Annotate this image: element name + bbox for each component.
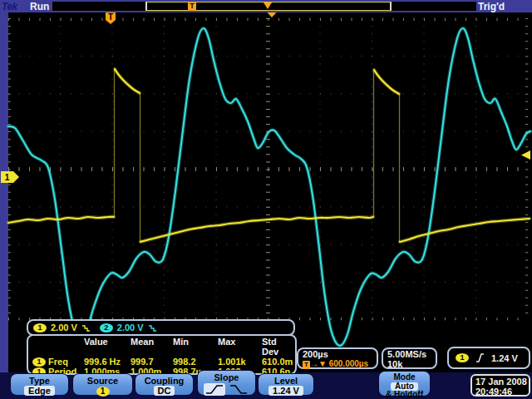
ch1-trace [8,69,530,242]
trigger-level-marker [521,150,530,160]
rising-slope-icon [475,352,485,363]
meas-value: 999.6 Hz [84,357,131,367]
ch1-ground-marker: 1 [1,171,19,183]
menu-slope-label: Slope [198,372,255,382]
measurement-header-row: Value Mean Min Max Std Dev [32,337,295,357]
horizontal-readout: 200µs T→▼ 600.000µs [297,347,378,369]
oscilloscope-screen: Tek Run T Trig'd T1 1 2.00 V 2 2.00 V Va… [0,0,532,399]
slope-options [203,382,251,397]
ch1-scale: 2.00 V [51,323,77,332]
menu-level-label: Level [259,376,313,386]
ch1-coupling-icon [81,323,91,332]
menu-coupling-button[interactable]: Coupling DC [135,373,194,396]
ch2-scale: 2.00 V [117,323,144,332]
menu-type-value: Edge [24,386,55,396]
date: 17 Jan 2008 [475,377,529,387]
menu-coupling-value: DC [154,386,175,396]
falling-slope-icon [230,386,247,393]
menu-level-button[interactable]: Level 1.24 V [258,373,314,396]
col-min: Min [173,337,218,357]
menu-level-value: 1.24 V [268,386,303,396]
meas-min: 998.2 [173,357,218,367]
ch2-coupling-icon [148,323,157,332]
meas-name: Freq [48,357,68,367]
delay-value: 600.000µs [329,359,368,368]
measurement-table: Value Mean Min Max Std Dev 1 Freq 999.6 … [27,334,297,375]
ch2-badge: 2 [100,323,113,332]
sample-rate: 5.00MS/s [387,349,431,359]
delay-trigger-icon: T [303,361,310,369]
menu-type-label: Type [11,376,68,386]
meas-mean: 999.7 [131,357,173,367]
plot-markers: T1 [1,12,530,183]
meas-source-badge: 1 [32,357,46,367]
delay-arrow-icon: →▼ [310,359,327,368]
menu-source-label: Source [73,376,132,386]
acquisition-readout: 5.00MS/s 10k points [382,347,437,369]
record-trigger-marker: T [188,2,196,11]
menu-mode-label: Mode [379,373,430,382]
expansion-point-icon [268,12,277,17]
menu-slope-button[interactable]: Slope [197,370,256,396]
trigger-readout: 1 1.24 V [447,347,530,369]
channel-readout-bar: 1 2.00 V 2 2.00 V [27,319,295,336]
col-mean: Mean [131,337,173,357]
record-center-triangle-icon [264,2,272,9]
acquisition-status: Run [30,1,49,12]
trigger-position-marker: T [106,12,116,24]
svg-text:T: T [108,12,113,22]
ch1-badge: 1 [33,323,47,332]
trigger-source-badge: 1 [456,353,469,362]
menu-type-button[interactable]: Type Edge [10,373,69,396]
measurement-row-freq: 1 Freq 999.6 Hz 999.7 998.2 1.001k 610.0… [32,357,295,367]
meas-stddev: 610.0m [262,357,295,367]
tek-logo: Tek [2,1,17,12]
top-status-bar: Tek Run T Trig'd [0,0,532,12]
menu-coupling-label: Coupling [135,376,193,386]
record-view-bar: T [52,2,476,11]
trigger-level-value: 1.24 V [491,353,518,363]
svg-text:1: 1 [5,173,10,182]
menu-mode-value2: & Holdoff [379,391,430,399]
timebase: 200µs [303,349,372,359]
col-max: Max [218,337,262,357]
menu-source-button[interactable]: Source 1 [72,373,133,396]
trigger-status: Trig'd [478,1,505,12]
meas-max: 1.001k [218,357,262,367]
menu-mode-button[interactable]: Mode Auto & Holdoff [378,371,431,397]
menu-source-channel-badge: 1 [96,387,110,397]
col-value: Value [84,337,131,357]
datetime-display: 17 Jan 2008 20:49:46 [470,374,530,397]
horizontal-delay: T→▼ 600.000µs [303,359,372,369]
time: 20:49:46 [475,387,529,397]
col-stddev: Std Dev [262,337,295,357]
